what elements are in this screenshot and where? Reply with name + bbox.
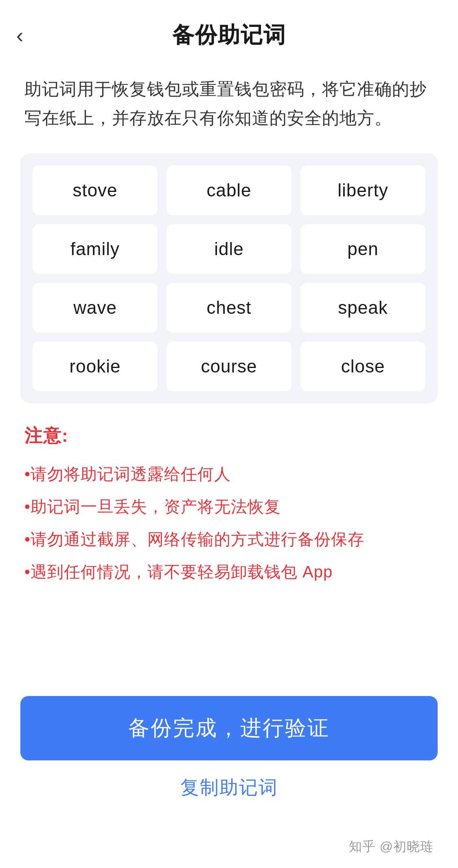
mnemonic-word-12: close bbox=[300, 341, 425, 391]
mnemonic-grid: stovecablelibertyfamilyidlepenwavechests… bbox=[33, 165, 425, 391]
mnemonic-word-7: wave bbox=[33, 283, 158, 333]
action-area: 备份完成，进行验证 复制助记词 bbox=[20, 696, 438, 815]
mnemonic-word-6: pen bbox=[300, 224, 425, 274]
mnemonic-word-2: cable bbox=[167, 165, 291, 215]
mnemonic-word-8: chest bbox=[167, 283, 291, 333]
back-button[interactable]: ‹ bbox=[16, 25, 23, 46]
notice-title: 注意: bbox=[24, 424, 434, 448]
description-text: 助记词用于恢复钱包或重置钱包密码，将它准确的抄写在纸上，并存放在只有你知道的安全… bbox=[24, 75, 434, 133]
header: ‹ 备份助记词 bbox=[0, 0, 458, 58]
watermark: 知乎 @初晓琏 bbox=[349, 838, 434, 856]
mnemonic-word-4: family bbox=[33, 224, 158, 274]
primary-action-button[interactable]: 备份完成，进行验证 bbox=[20, 696, 438, 760]
mnemonic-word-5: idle bbox=[167, 224, 291, 274]
mnemonic-word-1: stove bbox=[33, 165, 158, 215]
mnemonic-word-10: rookie bbox=[33, 341, 158, 391]
notice-item-2: •助记词一旦丢失，资产将无法恢复 bbox=[24, 492, 434, 521]
description: 助记词用于恢复钱包或重置钱包密码，将它准确的抄写在纸上，并存放在只有你知道的安全… bbox=[0, 58, 458, 153]
mnemonic-word-9: speak bbox=[300, 283, 425, 333]
notice-item-1: •请勿将助记词透露给任何人 bbox=[24, 459, 434, 489]
mnemonic-grid-container: stovecablelibertyfamilyidlepenwavechests… bbox=[20, 153, 438, 403]
notice-item-4: •遇到任何情况，请不要轻易卸载钱包 App bbox=[24, 557, 434, 586]
notice-section: 注意: •请勿将助记词透露给任何人•助记词一旦丢失，资产将无法恢复•请勿通过截屏… bbox=[0, 403, 458, 598]
copy-mnemonic-button[interactable]: 复制助记词 bbox=[20, 760, 438, 815]
mnemonic-word-11: course bbox=[167, 341, 291, 391]
page-title: 备份助记词 bbox=[172, 20, 286, 50]
mnemonic-word-3: liberty bbox=[300, 165, 425, 215]
notice-item-3: •请勿通过截屏、网络传输的方式进行备份保存 bbox=[24, 524, 434, 554]
